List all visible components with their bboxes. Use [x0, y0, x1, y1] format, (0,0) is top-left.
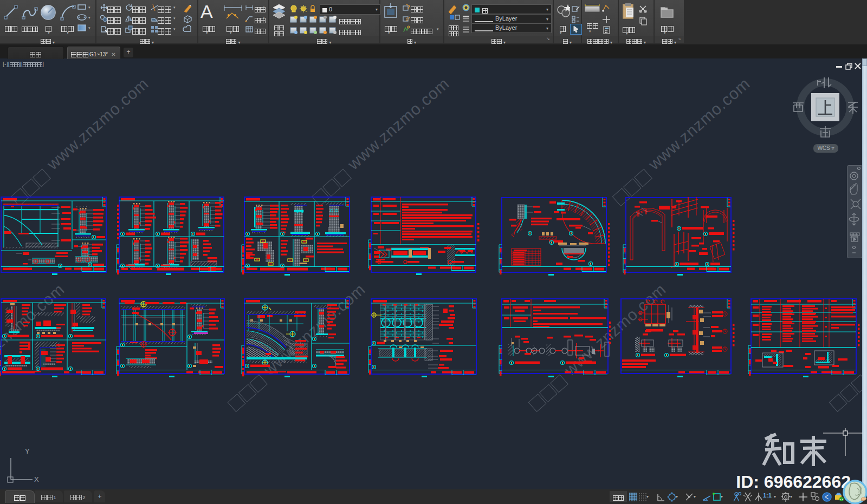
svg-text:Y: Y — [25, 447, 30, 455]
svg-text:X: X — [34, 475, 39, 483]
